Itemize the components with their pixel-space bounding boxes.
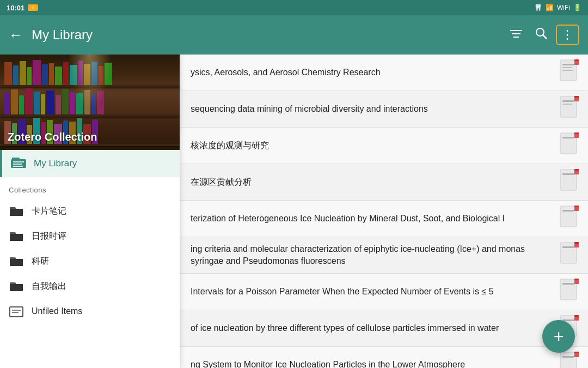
svg-rect-43 bbox=[574, 279, 579, 280]
collection-item-0[interactable]: 卡片笔记 bbox=[0, 198, 180, 224]
svg-rect-24 bbox=[560, 133, 577, 154]
svg-rect-20 bbox=[562, 100, 574, 102]
svg-rect-10 bbox=[10, 307, 23, 317]
folder-icon-0 bbox=[9, 205, 24, 217]
svg-rect-8 bbox=[13, 164, 22, 165]
library-item-text-3: 在源区贡献分析 bbox=[191, 171, 553, 194]
unfiled-item[interactable]: Unfiled Items bbox=[0, 299, 180, 324]
library-item-text-4: terization of Heterogeneous Ice Nucleati… bbox=[191, 207, 553, 230]
doc-icon-1 bbox=[560, 96, 579, 122]
doc-icon-6 bbox=[560, 279, 579, 305]
svg-rect-15 bbox=[562, 67, 572, 68]
status-time: 10:01 bbox=[7, 4, 24, 12]
banner-text: Zotero Collection bbox=[8, 131, 97, 143]
svg-rect-14 bbox=[562, 64, 574, 65]
wifi-icon: WiFi bbox=[557, 4, 570, 11]
back-button[interactable]: ← bbox=[9, 28, 23, 42]
folder-icon-1 bbox=[9, 230, 24, 242]
search-icon[interactable] bbox=[531, 23, 552, 47]
sidebar-banner: Zotero Collection bbox=[0, 55, 180, 150]
svg-rect-35 bbox=[574, 206, 579, 207]
svg-rect-41 bbox=[562, 283, 574, 285]
svg-rect-21 bbox=[562, 104, 572, 105]
app-bar-title: My Library bbox=[32, 27, 506, 43]
collection-label-1: 日报时评 bbox=[32, 231, 66, 242]
more-options-button[interactable]: ⋮ bbox=[556, 25, 579, 45]
library-item-text-6: Intervals for a Poisson Parameter When t… bbox=[191, 280, 553, 303]
library-item-text-0: ysics, Aerosols, and Aerosol Chemistry R… bbox=[191, 61, 553, 84]
svg-rect-47 bbox=[574, 315, 579, 317]
library-item-2[interactable]: 核浓度的观测与研究 bbox=[180, 128, 588, 164]
svg-rect-37 bbox=[562, 246, 574, 248]
collection-item-3[interactable]: 自我输出 bbox=[0, 274, 180, 299]
library-item-8[interactable]: ng System to Monitor Ice Nucleation Part… bbox=[180, 347, 588, 368]
doc-icon-4 bbox=[560, 206, 579, 232]
content-area: ysics, Aerosols, and Aerosol Chemistry R… bbox=[180, 55, 588, 368]
doc-icon-2 bbox=[560, 132, 579, 159]
folder-icon-3 bbox=[9, 280, 24, 292]
collection-label-3: 自我输出 bbox=[32, 281, 66, 292]
my-library-item[interactable]: My Library bbox=[0, 150, 180, 177]
svg-rect-40 bbox=[560, 279, 577, 300]
library-item-text-1: sequencing data mining of microbial dive… bbox=[191, 98, 553, 120]
collection-label-2: 科研 bbox=[32, 256, 49, 267]
svg-line-4 bbox=[543, 35, 547, 39]
svg-rect-49 bbox=[562, 356, 574, 358]
svg-rect-31 bbox=[574, 169, 579, 171]
library-item-4[interactable]: terization of Heterogeneous Ice Nucleati… bbox=[180, 201, 588, 237]
library-item-1[interactable]: sequencing data mining of microbial dive… bbox=[180, 91, 588, 128]
my-library-icon bbox=[11, 158, 26, 170]
battery-icon: 🔋 bbox=[573, 4, 581, 11]
svg-rect-33 bbox=[562, 210, 574, 212]
svg-rect-18 bbox=[574, 59, 579, 61]
fab-button[interactable]: + bbox=[542, 320, 575, 353]
status-bar: 10:01 ⚡ 🦷 📶 WiFi 🔋 bbox=[0, 0, 588, 15]
svg-rect-28 bbox=[560, 170, 577, 190]
bluetooth-icon: 🦷 bbox=[534, 4, 542, 11]
svg-rect-23 bbox=[574, 96, 579, 98]
library-list: ysics, Aerosols, and Aerosol Chemistry R… bbox=[180, 55, 588, 368]
unfiled-icon bbox=[9, 305, 24, 317]
svg-rect-27 bbox=[574, 132, 579, 134]
collection-item-1[interactable]: 日报时评 bbox=[0, 224, 180, 249]
svg-rect-9 bbox=[13, 166, 23, 167]
filter-icon[interactable] bbox=[506, 25, 526, 46]
unfiled-label: Unfiled Items bbox=[32, 306, 82, 316]
library-item-text-5: ing criteria and molecular characterizat… bbox=[191, 238, 553, 273]
library-item-text-8: ng System to Monitor Ice Nucleation Part… bbox=[191, 353, 553, 368]
svg-rect-51 bbox=[574, 352, 579, 353]
my-library-label: My Library bbox=[34, 158, 77, 169]
library-item-3[interactable]: 在源区贡献分析 bbox=[180, 164, 588, 201]
status-icons: 🦷 📶 WiFi 🔋 bbox=[534, 4, 581, 11]
doc-icon-0 bbox=[560, 59, 579, 86]
library-item-text-2: 核浓度的观测与研究 bbox=[191, 134, 553, 157]
main-layout: Zotero Collection My Library Collections… bbox=[0, 55, 588, 368]
status-badge: ⚡ bbox=[28, 4, 38, 11]
library-item-6[interactable]: Intervals for a Poisson Parameter When t… bbox=[180, 274, 588, 310]
doc-icon-5 bbox=[560, 242, 579, 268]
svg-rect-39 bbox=[574, 242, 579, 244]
svg-rect-7 bbox=[13, 161, 24, 162]
svg-rect-16 bbox=[562, 70, 573, 71]
svg-rect-25 bbox=[562, 137, 574, 138]
app-bar: ← My Library ⋮ bbox=[0, 15, 588, 55]
svg-rect-6 bbox=[12, 158, 20, 159]
library-item-7[interactable]: of ice nucleation by three different typ… bbox=[180, 310, 588, 347]
collection-label-0: 卡片笔记 bbox=[32, 206, 66, 217]
library-item-text-7: of ice nucleation by three different typ… bbox=[191, 317, 553, 340]
svg-rect-19 bbox=[560, 96, 577, 117]
doc-icon-8 bbox=[560, 352, 579, 368]
svg-rect-29 bbox=[562, 173, 574, 175]
app-bar-actions: ⋮ bbox=[506, 23, 579, 47]
signal-icon: 📶 bbox=[546, 4, 554, 11]
library-item-5[interactable]: ing criteria and molecular characterizat… bbox=[180, 237, 588, 274]
svg-rect-36 bbox=[560, 243, 577, 263]
collection-item-2[interactable]: 科研 bbox=[0, 249, 180, 274]
svg-rect-32 bbox=[560, 206, 577, 227]
doc-icon-3 bbox=[560, 169, 579, 195]
svg-rect-48 bbox=[560, 352, 577, 368]
library-item-0[interactable]: ysics, Aerosols, and Aerosol Chemistry R… bbox=[180, 55, 588, 91]
collections-header: Collections bbox=[0, 177, 180, 198]
folder-icon-2 bbox=[9, 255, 24, 267]
sidebar: Zotero Collection My Library Collections… bbox=[0, 55, 180, 368]
